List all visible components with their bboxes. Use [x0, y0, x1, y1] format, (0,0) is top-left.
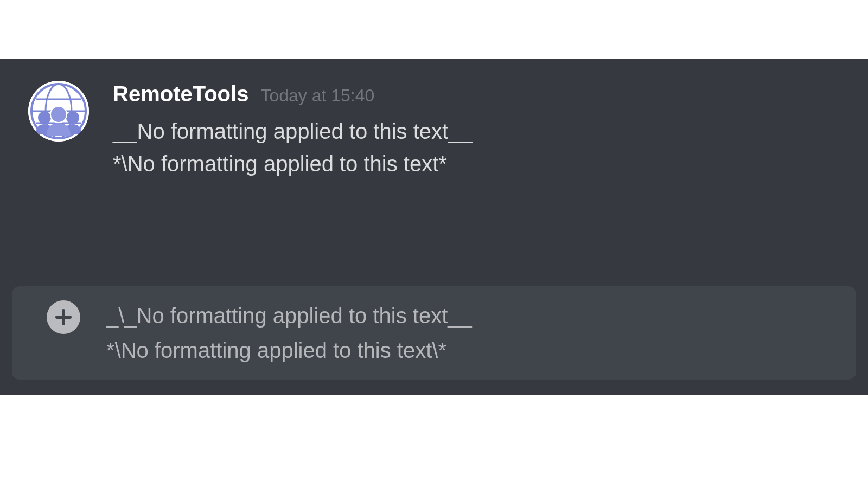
message-line: *\No formatting applied to this text*: [113, 147, 868, 180]
svg-point-7: [66, 111, 79, 124]
message-input-area[interactable]: _\_No formatting applied to this text__ …: [12, 286, 856, 380]
message-input[interactable]: _\_No formatting applied to this text__ …: [106, 298, 841, 368]
attach-button[interactable]: [47, 300, 80, 334]
message-line: __No formatting applied to this text__: [113, 115, 868, 147]
svg-point-6: [38, 111, 51, 124]
chat-message: RemoteTools Today at 15:40 __No formatti…: [0, 59, 868, 180]
input-line: *\No formatting applied to this text\*: [106, 333, 841, 368]
plus-icon: [54, 307, 73, 327]
message-header: RemoteTools Today at 15:40: [113, 82, 868, 106]
message-body: __No formatting applied to this text__ *…: [113, 115, 868, 180]
globe-people-icon: [28, 81, 89, 142]
timestamp: Today at 15:40: [260, 86, 374, 106]
message-content: RemoteTools Today at 15:40 __No formatti…: [113, 81, 868, 180]
chat-panel: RemoteTools Today at 15:40 __No formatti…: [0, 59, 868, 395]
avatar[interactable]: [28, 81, 89, 142]
input-line: _\_No formatting applied to this text__: [106, 298, 841, 333]
username[interactable]: RemoteTools: [113, 82, 248, 106]
